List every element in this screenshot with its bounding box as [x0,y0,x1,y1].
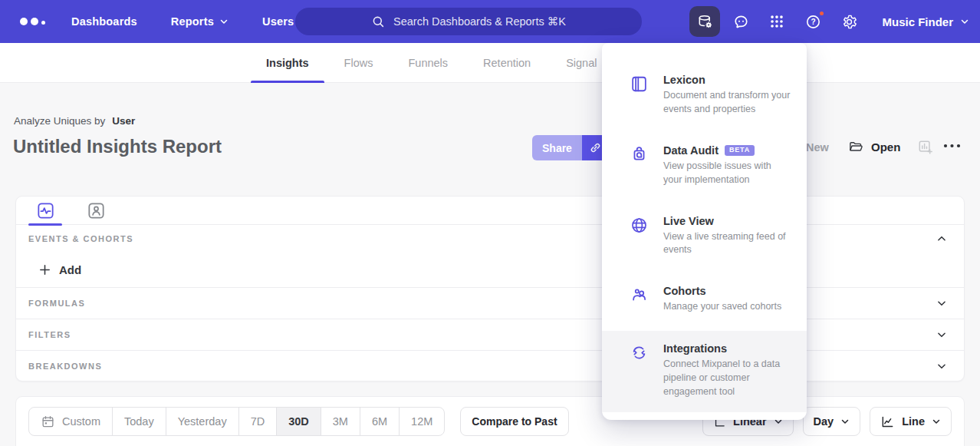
range-yesterday[interactable]: Yesterday [166,408,238,435]
tab-label: Funnels [408,57,448,69]
chevron-down-icon[interactable] [936,329,947,340]
filters-section-header[interactable]: FILTERS [16,319,964,350]
breakdowns-section-label: BREAKDOWNS [28,362,102,371]
range-3m[interactable]: 3M [321,408,360,435]
compare-label: Compare to Past [472,415,557,428]
chart-toolbar-card: Custom Today Yesterday 7D 30D 3M 6M 12M … [15,396,965,446]
project-selector[interactable]: Music Finder [882,15,969,28]
menu-item-description: Manage your saved cohorts [663,300,791,314]
search-input[interactable]: Search Dashboards & Reports ⌘K [295,8,642,35]
chart-type-select[interactable]: Line [870,407,952,436]
data-management-button[interactable] [689,6,720,37]
nav-reports-label: Reports [171,15,214,28]
menu-item-text: Cohorts Manage your saved cohorts [663,285,791,314]
menu-item-live-view[interactable]: Live View View a live streaming feed of … [602,206,807,267]
menu-item-title: Lexicon [663,74,705,86]
range-label: 30D [288,415,309,428]
range-label: 12M [411,415,432,428]
nav-dashboards-label: Dashboards [71,15,137,28]
help-button[interactable]: ? [797,6,828,37]
nav-reports[interactable]: Reports [171,15,229,28]
filters-section-label: FILTERS [28,330,71,339]
calendar-icon [41,415,55,429]
range-label: Today [124,415,154,428]
menu-item-description: View a live streaming feed of events [663,230,791,258]
metrics-view-tab[interactable] [28,197,62,225]
menu-item-text: Live View View a live streaming feed of … [663,215,791,258]
range-label: Yesterday [178,415,227,428]
logo-dot [20,18,28,25]
tab-label: Insights [266,57,309,69]
menu-item-text: Lexicon Document and transform your even… [663,74,791,117]
interval-label: Day [814,415,834,428]
gear-icon [840,13,858,31]
share-button-group: Share [532,135,610,160]
query-builder-card: EVENTS & COHORTS Add FORMULAS FILTERS BR… [15,196,965,382]
formulas-section-header[interactable]: FORMULAS [16,287,964,319]
menu-item-data-audit[interactable]: Data Audit BETA View possible issues wit… [602,135,807,197]
new-report-button[interactable]: New [806,141,829,154]
tab-flows[interactable]: Flows [329,43,389,83]
link-icon [588,140,603,155]
top-nav-bar: Dashboards Reports Users Search Dashboar… [0,0,980,43]
search-placeholder: Search Dashboards & Reports ⌘K [393,15,566,28]
range-label: 3M [333,415,348,428]
chevron-down-icon[interactable] [936,361,947,372]
tab-retention[interactable]: Retention [468,43,546,83]
analysis-type-selector[interactable]: User [112,115,135,127]
add-to-dashboard-button[interactable] [917,139,934,156]
chat-bubble-icon [732,13,750,31]
header-actions: ? Music Finder [689,0,969,43]
chevron-down-icon [219,17,229,26]
tab-label: Flows [344,57,373,69]
chevron-down-icon [960,17,969,26]
breadcrumb-prefix: Analyze Uniques by [14,115,105,127]
tab-funnels[interactable]: Funnels [393,43,463,83]
tab-insights[interactable]: Insights [251,43,324,83]
breakdowns-section-header[interactable]: BREAKDOWNS [16,350,964,382]
chevron-down-icon[interactable] [936,298,947,309]
interval-select[interactable]: Day [803,407,861,436]
events-section-header[interactable]: EVENTS & COHORTS [16,225,964,253]
tab-label: Retention [483,57,531,69]
chevron-up-icon[interactable] [936,233,947,244]
menu-item-lexicon[interactable]: Lexicon Document and transform your even… [602,64,807,126]
compare-to-past-button[interactable]: Compare to Past [460,407,568,436]
ellipsis-icon [942,141,962,150]
share-button[interactable]: Share [532,135,582,160]
mixpanel-logo[interactable] [20,18,45,25]
more-options-button[interactable] [942,141,962,150]
range-30d[interactable]: 30D [276,408,321,435]
range-today[interactable]: Today [112,408,166,435]
tab-label: Signal [566,57,597,69]
integrations-icon [630,343,649,362]
menu-item-description: Connect Mixpanel to a data pipeline or c… [663,358,791,399]
chevron-down-icon [840,417,850,426]
svg-text:?: ? [811,18,815,26]
open-report-button[interactable]: Open [848,139,900,155]
users-view-tab[interactable] [79,197,113,225]
grid-icon [768,13,785,30]
menu-item-cohorts[interactable]: Cohorts Manage your saved cohorts [602,276,807,323]
range-custom[interactable]: Custom [29,408,112,435]
project-name: Music Finder [882,15,953,28]
menu-item-integrations[interactable]: Integrations Connect Mixpanel to a data … [602,331,807,412]
add-event-button[interactable]: Add [16,253,964,287]
page-title: Untitled Insights Report [13,136,222,157]
nav-dashboards[interactable]: Dashboards [71,15,137,28]
feedback-button[interactable] [725,6,756,37]
range-12m[interactable]: 12M [399,408,444,435]
apps-grid-button[interactable] [761,6,792,37]
nav-users[interactable]: Users [262,15,294,28]
chart-type-label: Line [902,415,925,428]
audit-icon [630,145,649,164]
settings-button[interactable] [834,6,864,37]
menu-item-description: Document and transform your events and p… [663,89,791,117]
menu-item-title: Live View [663,215,714,227]
menu-item-title: Cohorts [663,285,706,297]
range-7d[interactable]: 7D [238,408,277,435]
builder-tabbar [16,197,964,225]
share-label: Share [542,142,572,154]
range-6m[interactable]: 6M [360,408,399,435]
logo-dot [41,21,45,25]
